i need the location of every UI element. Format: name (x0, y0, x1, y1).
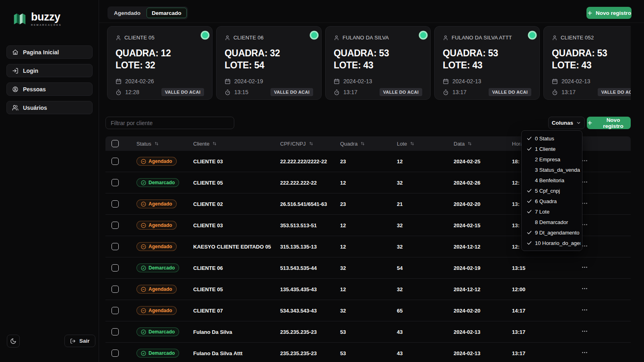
status-badge-icon (141, 159, 146, 164)
status-badge: Agendado (136, 306, 177, 315)
columns-menu-item[interactable]: 6 Quadra (523, 196, 580, 206)
row-actions-button[interactable] (580, 327, 589, 337)
column-header-label: Data (454, 141, 464, 147)
columns-menu-item[interactable]: 9 Dt_agendamento (523, 227, 580, 238)
filter-client-input[interactable] (105, 117, 234, 129)
columns-menu-item[interactable]: 0 Status (523, 133, 580, 144)
cell-quadra: 32 (334, 265, 391, 271)
theme-toggle-button[interactable] (7, 335, 20, 348)
status-dot (202, 32, 208, 38)
row-checkbox[interactable] (111, 286, 119, 293)
columns-menu-item[interactable]: 8 Demarcador (523, 217, 580, 227)
cell-quadra: 12 (334, 222, 391, 228)
status-badge-icon (141, 180, 146, 185)
row-actions-button[interactable] (580, 348, 589, 358)
row-checkbox[interactable] (111, 200, 119, 208)
column-header-quadra[interactable]: Quadra (334, 141, 391, 147)
timer-icon (225, 89, 231, 95)
status-badge-label: Demarcado (149, 350, 175, 356)
select-all-checkbox[interactable] (111, 140, 119, 147)
row-checkbox[interactable] (111, 222, 119, 229)
table-row: Demarcado Fulano Da Silva Attt 235.235.2… (105, 343, 631, 362)
user-circle-icon (12, 86, 19, 93)
cell-data: 2024-12-12 (448, 244, 506, 250)
status-badge: Demarcado (136, 263, 179, 272)
cell-horario: 14:17 (506, 308, 564, 314)
row-checkbox[interactable] (111, 243, 119, 250)
column-header-data[interactable]: Data (448, 141, 506, 147)
logout-button[interactable]: Sair (64, 335, 95, 347)
cell-data: 2024-02-19 (448, 265, 506, 271)
columns-menu-item-label: 1 Cliente (535, 146, 555, 152)
new-record-button-top[interactable]: Novo registro (586, 7, 632, 19)
sidebar-item-pessoas[interactable]: Pessoas (6, 82, 93, 96)
column-header-cpf-cnpj[interactable]: CPF/CNPJ (274, 141, 334, 147)
users-icon (12, 105, 19, 111)
buzzy-logo-icon (12, 11, 27, 27)
columns-menu-item[interactable]: 2 Empresa (523, 154, 580, 165)
row-actions-button[interactable] (580, 284, 589, 294)
columns-menu-item-label: 7 Lote (535, 209, 549, 215)
new-record-button-toolbar[interactable]: Novo registro (587, 117, 631, 129)
row-checkbox[interactable] (111, 328, 119, 335)
card-quadra: QUADRA: 32 (225, 47, 313, 59)
status-badge-icon (141, 223, 146, 228)
cell-horario: 13:17 (506, 329, 564, 335)
row-actions-button[interactable] (580, 306, 589, 315)
column-header-status[interactable]: Status (130, 141, 187, 147)
status-badge: Agendado (136, 285, 177, 294)
card-lote: LOTE: 43 (334, 59, 422, 71)
card-date: 2024-02-13 (343, 78, 372, 84)
card-time: 13:17 (561, 89, 576, 95)
calendar-icon (116, 78, 122, 84)
row-checkbox[interactable] (111, 307, 119, 314)
columns-menu-item-label: 6 Quadra (535, 198, 557, 204)
table-row: Demarcado Fulano Da Silva 235.235.235-23… (105, 321, 631, 343)
check-icon (525, 240, 533, 246)
status-badge-icon (141, 329, 146, 335)
ellipsis-icon (581, 328, 588, 335)
calendar-icon (225, 78, 231, 84)
logout-icon (70, 338, 76, 344)
cell-status: Agendado (130, 285, 187, 294)
columns-menu-item[interactable]: 5 Cpf_cnpj (523, 185, 580, 196)
column-header-cliente[interactable]: Cliente (187, 141, 274, 147)
row-checkbox[interactable] (111, 350, 119, 357)
row-checkbox[interactable] (111, 158, 119, 165)
user-icon (443, 35, 448, 41)
sidebar-nav: Pagina Inicial Login Pessoas Usuários (6, 45, 93, 114)
cell-status: Agendado (130, 242, 187, 251)
status-badge: Agendado (136, 242, 177, 251)
tab-demarcado[interactable]: Demarcado (147, 8, 187, 18)
row-actions-button[interactable] (580, 263, 589, 273)
status-badge: Demarcado (136, 327, 179, 336)
columns-menu-item[interactable]: 7 Lote (523, 206, 580, 217)
columns-dropdown-button[interactable]: Colunas (548, 117, 585, 129)
cell-data: 2024-02-26 (448, 180, 506, 186)
card-quadra: QUADRA: 53 (443, 47, 531, 59)
cell-cpf-cnpj: 222.222.222-22 (274, 180, 334, 186)
card-time: 13:17 (452, 89, 466, 95)
tab-agendado[interactable]: Agendado (109, 8, 146, 18)
row-checkbox[interactable] (111, 264, 119, 272)
cell-cpf-cnpj: 22.222.222/2222-22 (274, 158, 334, 165)
columns-menu-item[interactable]: 1 Cliente (523, 144, 580, 154)
row-checkbox-cell (105, 200, 130, 208)
cell-status: Demarcado (130, 327, 187, 336)
cell-actions (564, 306, 631, 315)
column-header-lote[interactable]: Lote (391, 141, 448, 147)
appointment-card: FULANO DA SILVA QUADRA: 53 LOTE: 43 2024… (325, 26, 431, 100)
cell-quadra: 12 (334, 286, 391, 292)
sidebar-item-usuários[interactable]: Usuários (6, 101, 93, 114)
card-client-name: CLIENTE 06 (233, 35, 264, 41)
row-checkbox-cell (105, 243, 130, 250)
cell-cliente: CLIENTE 06 (187, 265, 274, 271)
sidebar-item-login[interactable]: Login (6, 64, 93, 77)
card-time: 13:17 (343, 89, 357, 95)
columns-menu-item[interactable]: 10 Horario_do_agen (523, 238, 580, 248)
columns-menu-item[interactable]: 4 Benfeitoria (523, 175, 580, 185)
columns-menu-item[interactable]: 3 Status_da_venda (523, 165, 580, 175)
moon-icon (10, 338, 17, 344)
sidebar-item-pagina-inicial[interactable]: Pagina Inicial (6, 45, 93, 59)
row-checkbox[interactable] (111, 179, 119, 186)
